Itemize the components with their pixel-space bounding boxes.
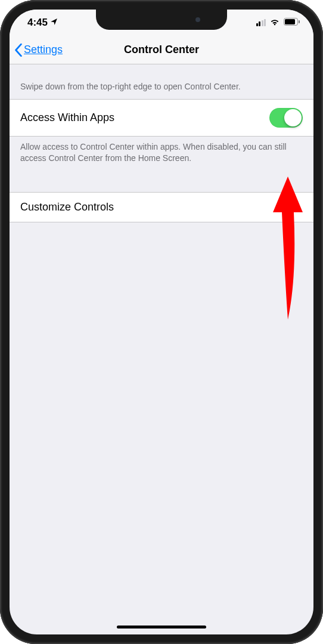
battery-icon	[284, 17, 300, 29]
cell-signal-icon	[256, 19, 266, 26]
notch	[96, 10, 227, 30]
back-label: Settings	[24, 44, 63, 56]
cell-label: Customize Controls	[20, 201, 114, 213]
section-footer: Allow access to Control Center within ap…	[10, 137, 313, 171]
home-indicator[interactable]	[117, 626, 206, 628]
chevron-left-icon	[14, 44, 23, 57]
status-time: 4:45	[27, 17, 48, 29]
svg-rect-1	[285, 19, 295, 24]
svg-rect-2	[299, 20, 300, 23]
access-within-apps-toggle[interactable]	[269, 108, 303, 128]
nav-bar: Settings Control Center	[10, 36, 313, 64]
status-right	[256, 17, 301, 29]
phone-frame: 4:45 Settings C	[0, 0, 323, 644]
access-within-apps-row[interactable]: Access Within Apps	[10, 99, 313, 137]
content-area: Swipe down from the top-right edge to op…	[10, 64, 313, 222]
status-left: 4:45	[27, 17, 58, 29]
front-camera-icon	[195, 17, 200, 22]
customize-controls-row[interactable]: Customize Controls	[10, 192, 313, 222]
wifi-icon	[269, 17, 280, 29]
nav-title: Control Center	[124, 44, 199, 56]
cell-label: Access Within Apps	[20, 112, 114, 124]
screen: 4:45 Settings C	[10, 10, 313, 634]
toggle-knob	[284, 109, 302, 126]
location-arrow-icon	[50, 17, 58, 29]
back-button[interactable]: Settings	[14, 44, 63, 57]
section-header: Swipe down from the top-right edge to op…	[10, 64, 313, 99]
